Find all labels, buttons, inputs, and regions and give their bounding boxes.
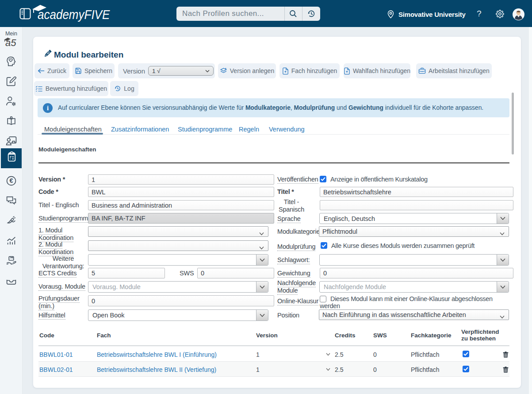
svg-text:€: € — [9, 178, 13, 185]
